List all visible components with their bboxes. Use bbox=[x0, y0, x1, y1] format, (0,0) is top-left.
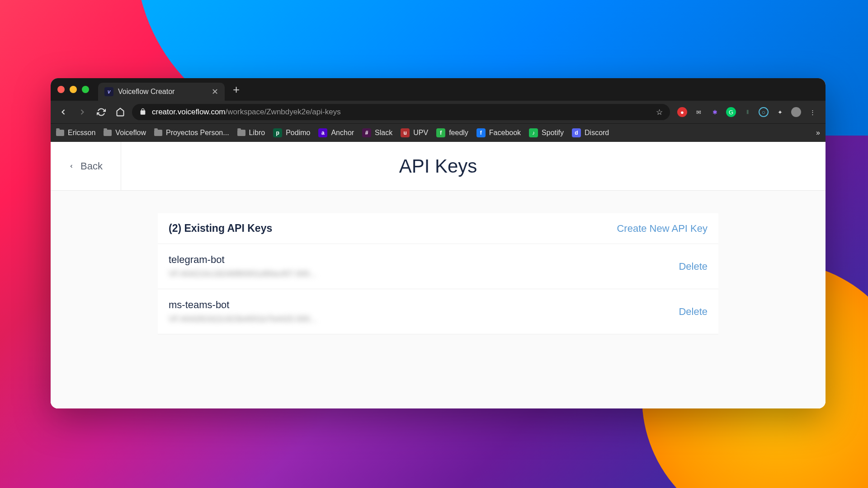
bookmark-item[interactable]: ♪Spotify bbox=[529, 128, 564, 137]
bookmark-favicon: d bbox=[572, 128, 581, 137]
tab-strip: v Voiceflow Creator ✕ + bbox=[51, 78, 826, 101]
folder-icon bbox=[56, 130, 64, 136]
delete-api-key-link[interactable]: Delete bbox=[679, 261, 708, 272]
folder-icon bbox=[104, 130, 112, 136]
extension-icon[interactable]: ⦀ bbox=[742, 107, 752, 117]
extension-icon[interactable]: ● bbox=[677, 107, 687, 117]
main-panel: (2) Existing API Keys Create New API Key… bbox=[51, 191, 826, 408]
bookmark-item[interactable]: ffeedly bbox=[436, 128, 468, 137]
window-controls bbox=[57, 86, 89, 93]
back-label: Back bbox=[80, 160, 103, 172]
back-button[interactable] bbox=[56, 105, 71, 119]
browser-menu-icon[interactable]: ⋮ bbox=[807, 107, 817, 117]
bookmark-item[interactable]: dDiscord bbox=[572, 128, 609, 137]
delete-api-key-link[interactable]: Delete bbox=[679, 306, 708, 318]
bookmark-favicon: u bbox=[401, 128, 410, 137]
tab-title: Voiceflow Creator bbox=[118, 88, 207, 96]
mail-icon[interactable]: ✉ bbox=[693, 107, 703, 117]
forward-button[interactable] bbox=[75, 105, 90, 119]
api-key-name: telegram-bot bbox=[169, 254, 316, 266]
folder-icon bbox=[154, 130, 162, 136]
extension-icons: ● ✉ ✱ G ⦀ ○ ✦ ⋮ bbox=[675, 107, 820, 117]
create-api-key-link[interactable]: Create New API Key bbox=[617, 223, 708, 235]
bookmark-favicon: f bbox=[476, 128, 486, 137]
address-bar[interactable]: creator.voiceflow.com/workspace/Zwnbdyek… bbox=[132, 104, 670, 120]
maximize-window-button[interactable] bbox=[82, 86, 89, 93]
page-header: Back API Keys bbox=[51, 142, 826, 191]
browser-tab[interactable]: v Voiceflow Creator ✕ bbox=[98, 83, 225, 101]
bookmark-label: Spotify bbox=[542, 129, 564, 137]
bookmark-bar: EricssonVoiceflowProyectos Person...Libr… bbox=[51, 123, 826, 142]
api-key-value: VF.A04210c18246f80001d90ecf07.000... bbox=[169, 269, 316, 279]
bookmark-label: Libro bbox=[249, 129, 265, 137]
bookmark-label: Ericsson bbox=[68, 129, 95, 137]
bookmark-label: Facebook bbox=[489, 129, 521, 137]
home-button[interactable] bbox=[113, 105, 127, 119]
folder-icon bbox=[237, 130, 245, 136]
api-key-row: ms-teams-botVF.A04281922c923b4001b7b4420… bbox=[158, 289, 718, 334]
extensions-menu-icon[interactable]: ✦ bbox=[775, 107, 785, 117]
profile-avatar[interactable] bbox=[791, 107, 801, 117]
url-path: /workspace/Zwnbdyek2e/api-keys bbox=[226, 108, 341, 116]
page-title: API Keys bbox=[399, 155, 477, 177]
reload-button[interactable] bbox=[94, 105, 108, 119]
bookmark-label: Voiceflow bbox=[115, 129, 146, 137]
bookmark-label: Anchor bbox=[331, 129, 354, 137]
api-key-row: telegram-botVF.A04210c18246f80001d90ecf0… bbox=[158, 244, 718, 289]
bookmark-item[interactable]: Voiceflow bbox=[104, 129, 146, 137]
back-link[interactable]: Back bbox=[51, 142, 121, 190]
tab-favicon: v bbox=[104, 87, 113, 96]
chevron-left-icon bbox=[69, 162, 74, 171]
lock-icon bbox=[139, 108, 146, 117]
bookmark-favicon: f bbox=[436, 128, 445, 137]
bookmark-item[interactable]: fFacebook bbox=[476, 128, 521, 137]
new-tab-button[interactable]: + bbox=[233, 83, 240, 97]
url-domain: creator.voiceflow.com bbox=[152, 108, 226, 116]
bookmark-item[interactable]: pPodimo bbox=[273, 128, 310, 137]
bookmark-label: Slack bbox=[375, 129, 392, 137]
bookmark-favicon: a bbox=[318, 128, 327, 137]
bookmark-label: Podimo bbox=[286, 129, 310, 137]
bookmark-item[interactable]: #Slack bbox=[362, 128, 392, 137]
close-window-button[interactable] bbox=[57, 86, 65, 93]
extension-icon[interactable]: ✱ bbox=[710, 107, 720, 117]
minimize-window-button[interactable] bbox=[70, 86, 77, 93]
bookmark-label: Proyectos Person... bbox=[166, 129, 229, 137]
section-heading: (2) Existing API Keys bbox=[169, 222, 272, 235]
extension-icon[interactable]: ○ bbox=[759, 107, 769, 117]
api-key-name: ms-teams-bot bbox=[169, 299, 316, 311]
api-key-value: VF.A04281922c923b4001b7b4420.000... bbox=[169, 314, 316, 324]
bookmark-label: Discord bbox=[585, 129, 609, 137]
bookmark-label: feedly bbox=[449, 129, 468, 137]
bookmark-favicon: p bbox=[273, 128, 282, 137]
close-tab-icon[interactable]: ✕ bbox=[212, 87, 218, 97]
bookmark-favicon: ♪ bbox=[529, 128, 538, 137]
bookmark-overflow[interactable]: » bbox=[816, 129, 820, 137]
bookmark-item[interactable]: Ericsson bbox=[56, 129, 95, 137]
bookmark-favicon: # bbox=[362, 128, 371, 137]
bookmark-item[interactable]: Libro bbox=[237, 129, 265, 137]
bookmark-item[interactable]: aAnchor bbox=[318, 128, 354, 137]
bookmark-item[interactable]: Proyectos Person... bbox=[154, 129, 229, 137]
bookmark-label: UPV bbox=[413, 129, 428, 137]
section-header: (2) Existing API Keys Create New API Key bbox=[158, 213, 718, 244]
browser-toolbar: creator.voiceflow.com/workspace/Zwnbdyek… bbox=[51, 101, 826, 123]
browser-window: v Voiceflow Creator ✕ + creator.voiceflo… bbox=[51, 78, 826, 408]
bookmark-star-icon[interactable]: ☆ bbox=[656, 108, 663, 117]
extension-icon[interactable]: G bbox=[726, 107, 736, 117]
page-content: Back API Keys (2) Existing API Keys Crea… bbox=[51, 142, 826, 408]
bookmark-item[interactable]: uUPV bbox=[401, 128, 428, 137]
